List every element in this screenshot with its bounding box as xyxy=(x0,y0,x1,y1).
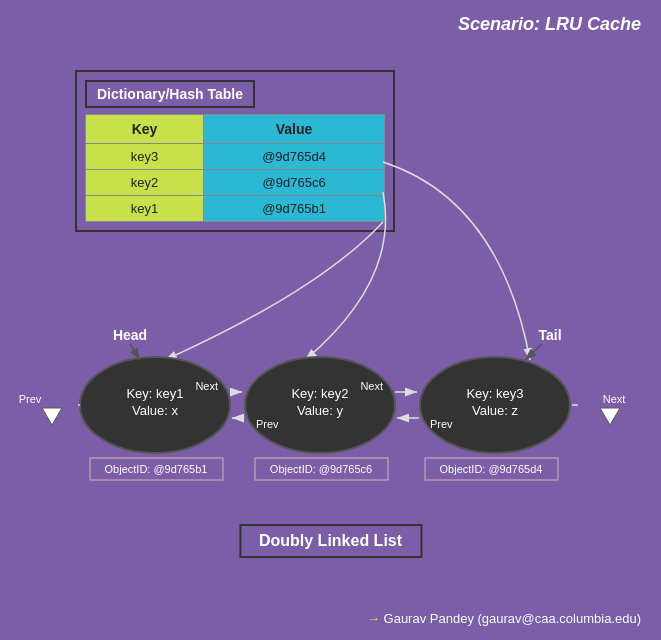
svg-marker-22 xyxy=(42,408,62,425)
svg-text:Value: z: Value: z xyxy=(472,403,519,418)
svg-text:Head: Head xyxy=(113,327,147,343)
svg-rect-32 xyxy=(255,458,388,480)
table-row: key3@9d765d4 xyxy=(86,144,385,170)
svg-text:ObjectID: @9d765d4: ObjectID: @9d765d4 xyxy=(440,463,543,475)
svg-text:ObjectID: @9d765c6: ObjectID: @9d765c6 xyxy=(270,463,372,475)
col-header-key: Key xyxy=(86,115,204,144)
svg-point-6 xyxy=(245,357,395,453)
dict-label: Dictionary/Hash Table xyxy=(85,80,255,108)
hash-table: Key Value key3@9d765d4key2@9d765c6key1@9… xyxy=(85,114,385,222)
table-row: key1@9d765b1 xyxy=(86,196,385,222)
svg-text:ObjectID: @9d765b1: ObjectID: @9d765b1 xyxy=(105,463,208,475)
svg-point-3 xyxy=(80,357,230,453)
dict-container: Dictionary/Hash Table Key Value key3@9d7… xyxy=(75,70,395,232)
svg-text:Prev: Prev xyxy=(430,418,453,430)
footer-text: Gaurav Pandey (gaurav@caa.columbia.edu) xyxy=(384,611,641,626)
svg-text:Key: key3: Key: key3 xyxy=(466,386,523,401)
svg-text:Next: Next xyxy=(603,393,626,405)
scenario-title: Scenario: LRU Cache xyxy=(458,14,641,35)
td-key: key2 xyxy=(86,170,204,196)
svg-marker-25 xyxy=(600,408,620,425)
td-value: @9d765d4 xyxy=(204,144,385,170)
td-key: key1 xyxy=(86,196,204,222)
svg-text:Next: Next xyxy=(360,380,383,392)
td-value: @9d765c6 xyxy=(204,170,385,196)
svg-text:Value: x: Value: x xyxy=(132,403,179,418)
svg-line-29 xyxy=(525,344,542,360)
svg-line-27 xyxy=(130,344,140,360)
svg-text:Tail: Tail xyxy=(538,327,561,343)
td-value: @9d765b1 xyxy=(204,196,385,222)
svg-text:Value: y: Value: y xyxy=(297,403,344,418)
table-row: key2@9d765c6 xyxy=(86,170,385,196)
svg-text:Key: key2: Key: key2 xyxy=(291,386,348,401)
svg-text:Next: Next xyxy=(195,380,218,392)
dll-label: Doubly Linked List xyxy=(239,524,422,558)
footer: → Gaurav Pandey (gaurav@caa.columbia.edu… xyxy=(367,611,641,626)
footer-arrow: → xyxy=(367,611,380,626)
svg-text:Prev: Prev xyxy=(256,418,279,430)
svg-point-9 xyxy=(420,357,570,453)
td-key: key3 xyxy=(86,144,204,170)
col-header-val: Value xyxy=(204,115,385,144)
svg-rect-34 xyxy=(425,458,558,480)
svg-rect-30 xyxy=(90,458,223,480)
svg-text:Key: key1: Key: key1 xyxy=(126,386,183,401)
svg-text:Prev: Prev xyxy=(19,393,42,405)
